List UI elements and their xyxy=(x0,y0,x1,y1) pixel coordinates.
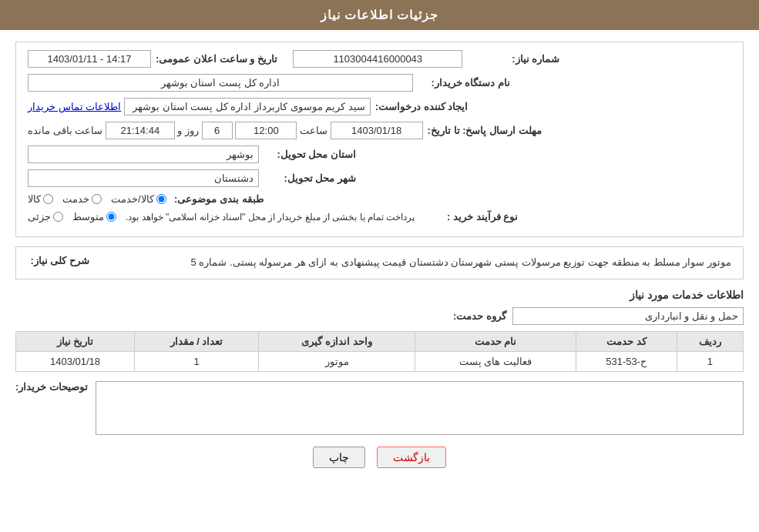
cell-unit: موتور xyxy=(259,351,415,371)
col-header-unit: واحد اندازه گیری xyxy=(259,331,415,351)
main-content: شماره نیاز: 1103004416000043 تاریخ و ساع… xyxy=(0,30,759,491)
category-option-1: کالا xyxy=(28,193,53,205)
category-label-kala-khadamat: کالا/خدمت xyxy=(111,193,154,205)
buyer-org-value: اداره کل پست استان بوشهر xyxy=(28,74,413,92)
services-table-head: ردیف کد حدمت نام حدمت واحد اندازه گیری ت… xyxy=(16,331,744,351)
announce-date-label: تاریخ و ساعت اعلان عمومی: xyxy=(156,53,277,65)
buyer-notes-label: توصیحات خریدار: xyxy=(15,381,88,393)
buyer-org-label: نام دستگاه خریدار: xyxy=(418,77,510,89)
services-table: ردیف کد حدمت نام حدمت واحد اندازه گیری ت… xyxy=(15,331,744,372)
cell-service-code: ح-53-531 xyxy=(576,351,677,371)
city-label: شهر محل تحویل: xyxy=(264,172,356,184)
page-wrapper: جزئیات اطلاعات نیاز شماره نیاز: 11030044… xyxy=(0,0,759,532)
table-row: 1 ح-53-531 فعالیت های پست موتور 1 1403/0… xyxy=(16,351,744,371)
page-title: جزئیات اطلاعات نیاز xyxy=(321,8,439,22)
category-option-2: خدمت xyxy=(62,193,102,205)
cell-row: 1 xyxy=(677,351,743,371)
category-label-khadamat: خدمت xyxy=(62,193,89,205)
purchase-note: پرداخت تمام یا بخشی از مبلغ خریدار از مح… xyxy=(126,212,415,223)
province-label: استان محل تحویل: xyxy=(264,149,356,160)
services-section: اطلاعات خدمات مورد نیاز حمل و نقل و انبا… xyxy=(15,289,744,435)
response-date-value: 1403/01/18 xyxy=(331,122,423,139)
purchase-radio-jozii[interactable] xyxy=(53,212,63,222)
service-group-value: حمل و نقل و انبارداری xyxy=(512,307,744,325)
need-number-row: شماره نیاز: 1103004416000043 تاریخ و ساع… xyxy=(28,50,731,68)
cell-date: 1403/01/18 xyxy=(16,351,135,371)
response-remaining-value: 21:14:44 xyxy=(106,122,175,139)
contact-link[interactable]: اطلاعات تماس خریدار xyxy=(28,101,121,112)
form-section: شماره نیاز: 1103004416000043 تاریخ و ساع… xyxy=(15,42,744,237)
services-table-header-row: ردیف کد حدمت نام حدمت واحد اندازه گیری ت… xyxy=(16,331,744,351)
need-number-label: شماره نیاز: xyxy=(467,53,559,65)
response-days-value: 6 xyxy=(202,122,233,139)
col-header-service-code: کد حدمت xyxy=(576,331,677,351)
purchase-label-mutavasset: متوسط xyxy=(72,211,104,223)
col-header-quantity: تعداد / مقدار xyxy=(135,331,259,351)
category-radio-kala[interactable] xyxy=(43,194,53,204)
description-row: موتور سوار مسلط به منطقه جهت توزیع مرسول… xyxy=(28,255,731,271)
service-group-row: حمل و نقل و انبارداری گروه حدمت: xyxy=(15,307,744,325)
services-section-title: اطلاعات خدمات مورد نیاز xyxy=(15,289,744,301)
services-table-body: 1 ح-53-531 فعالیت های پست موتور 1 1403/0… xyxy=(16,351,744,371)
buyer-notes-textarea[interactable] xyxy=(96,381,744,435)
announce-date-value: 1403/01/11 - 14:17 xyxy=(28,50,151,68)
province-row: استان محل تحویل: بوشهر xyxy=(28,146,731,163)
buttons-row: بازگشت چاپ xyxy=(15,447,744,468)
response-deadline-label: مهلت ارسال پاسخ: تا تاریخ: xyxy=(428,125,542,136)
response-time-label: ساعت xyxy=(300,125,327,136)
response-time-value: 12:00 xyxy=(235,122,297,139)
creator-label: ایجاد کننده درخواست: xyxy=(375,101,468,112)
page-header: جزئیات اطلاعات نیاز xyxy=(0,0,759,30)
col-header-date: تاریخ نیاز xyxy=(16,331,135,351)
buyer-notes-section: توصیحات خریدار: xyxy=(15,381,744,435)
print-button[interactable]: چاپ xyxy=(313,447,365,468)
purchase-type-row: نوع فرآیند خرید : پرداخت تمام یا بخشی از… xyxy=(28,211,731,223)
city-value: دشتستان xyxy=(28,169,259,187)
creator-row: ایجاد کننده درخواست: سید کریم موسوی کارب… xyxy=(28,98,731,115)
cell-quantity: 1 xyxy=(135,351,259,371)
purchase-option-2: متوسط xyxy=(72,211,116,223)
purchase-label-jozii: جزئی xyxy=(28,211,51,223)
response-deadline-row: مهلت ارسال پاسخ: تا تاریخ: 1403/01/18 سا… xyxy=(28,122,731,139)
purchase-type-label: نوع فرآیند خرید : xyxy=(425,211,518,223)
province-value: بوشهر xyxy=(28,146,259,163)
purchase-radio-mutavasset[interactable] xyxy=(106,212,116,222)
description-label: شرح کلی نیاز: xyxy=(28,255,89,266)
purchase-option-1: جزئی xyxy=(28,211,63,223)
col-header-row: ردیف xyxy=(677,331,743,351)
category-radio-kala-khadamat[interactable] xyxy=(156,194,166,204)
response-remaining-label: ساعت باقی مانده xyxy=(28,125,102,136)
category-row: طبقه بندی موضوعی: کالا/خدمت خدمت کالا xyxy=(28,193,731,205)
category-radio-group: کالا/خدمت خدمت کالا xyxy=(28,193,166,205)
col-header-service-name: نام حدمت xyxy=(415,331,576,351)
creator-value: سید کریم موسوی کاربرداز اداره کل پست است… xyxy=(124,98,371,115)
purchase-radio-group: پرداخت تمام یا بخشی از مبلغ خریدار از مح… xyxy=(28,211,421,223)
category-option-3: کالا/خدمت xyxy=(111,193,166,205)
need-number-value: 1103004416000043 xyxy=(293,50,462,68)
description-text: موتور سوار مسلط به منطقه جهت توزیع مرسول… xyxy=(97,255,731,271)
back-button[interactable]: بازگشت xyxy=(377,447,446,468)
cell-service-name: فعالیت های پست xyxy=(415,351,576,371)
service-group-label: گروه حدمت: xyxy=(453,310,506,322)
category-label-kala: کالا xyxy=(28,193,41,205)
description-box: موتور سوار مسلط به منطقه جهت توزیع مرسول… xyxy=(15,246,744,279)
category-radio-khadamat[interactable] xyxy=(92,194,102,204)
category-label: طبقه بندی موضوعی: xyxy=(171,193,264,205)
response-days-label: روز و xyxy=(177,125,199,136)
buyer-org-row: نام دستگاه خریدار: اداره کل پست استان بو… xyxy=(28,74,731,92)
city-row: شهر محل تحویل: دشتستان xyxy=(28,169,731,187)
